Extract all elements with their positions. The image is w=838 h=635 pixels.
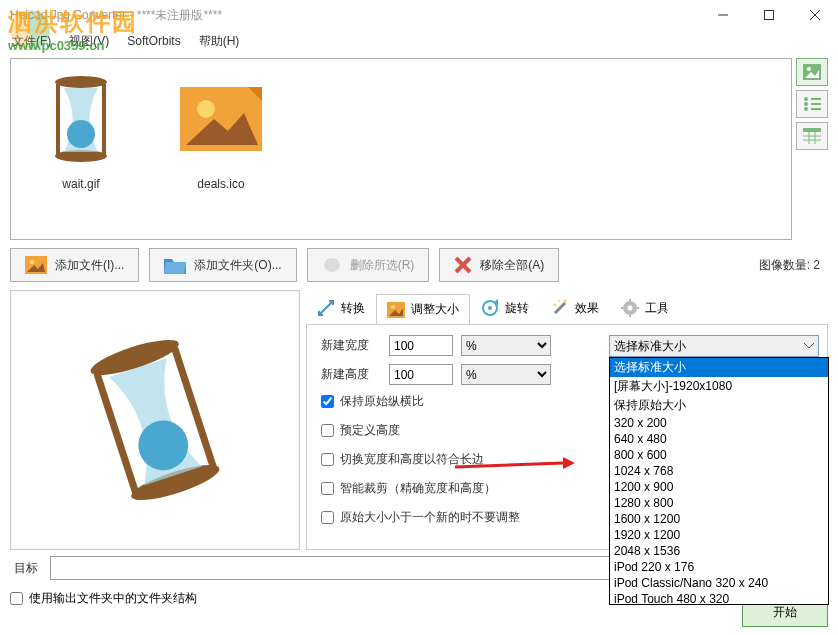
svg-point-28 bbox=[30, 260, 35, 265]
thumbnail-item[interactable]: deals.ico bbox=[161, 69, 281, 191]
svg-point-11 bbox=[197, 100, 215, 118]
svg-point-8 bbox=[67, 120, 95, 148]
preset-option[interactable]: 2048 x 1536 bbox=[610, 543, 828, 559]
preset-size-dropdown[interactable]: 选择标准大小[屏幕大小]-1920x1080保持原始大小320 x 200640… bbox=[609, 357, 829, 605]
add-file-label: 添加文件(I)... bbox=[55, 257, 124, 274]
preset-option[interactable]: 1200 x 900 bbox=[610, 479, 828, 495]
tab-convert-label: 转换 bbox=[341, 300, 365, 317]
tab-effects-label: 效果 bbox=[575, 300, 599, 317]
smart-crop-checkbox[interactable] bbox=[321, 482, 334, 495]
maximize-icon bbox=[764, 10, 774, 20]
tab-effects[interactable]: 效果 bbox=[540, 292, 610, 324]
close-button[interactable] bbox=[792, 0, 838, 30]
tab-tools[interactable]: 工具 bbox=[610, 292, 680, 324]
svg-point-18 bbox=[804, 102, 808, 106]
image-file-icon bbox=[176, 79, 266, 159]
view-mode-controls bbox=[796, 58, 828, 240]
remove-all-label: 移除全部(A) bbox=[480, 257, 544, 274]
svg-point-30 bbox=[324, 258, 340, 272]
swap-wh-checkbox[interactable] bbox=[321, 453, 334, 466]
no-resize-smaller-checkbox[interactable] bbox=[321, 511, 334, 524]
preset-option[interactable]: 1920 x 1200 bbox=[610, 527, 828, 543]
tabs: 转换 调整大小 旋转 效果 工具 bbox=[306, 290, 828, 324]
convert-icon bbox=[317, 299, 335, 317]
preset-option[interactable]: iPod Classic/Nano 320 x 240 bbox=[610, 575, 828, 591]
tab-resize-label: 调整大小 bbox=[411, 301, 459, 318]
action-toolbar: 添加文件(I)... 添加文件夹(O)... 删除所选(R) 移除全部(A) 图… bbox=[0, 240, 838, 290]
preview-pane bbox=[10, 290, 300, 550]
new-height-input[interactable] bbox=[389, 364, 453, 385]
width-unit-select[interactable]: % bbox=[461, 335, 551, 356]
keep-ratio-checkbox[interactable] bbox=[321, 395, 334, 408]
view-details-button[interactable] bbox=[796, 122, 828, 150]
resize-icon bbox=[387, 302, 405, 318]
preset-option[interactable]: 1280 x 800 bbox=[610, 495, 828, 511]
svg-point-44 bbox=[558, 300, 560, 302]
eraser-icon bbox=[322, 256, 342, 274]
preset-option[interactable]: 1024 x 768 bbox=[610, 463, 828, 479]
preset-option[interactable]: iPod Touch 480 x 320 bbox=[610, 591, 828, 605]
svg-point-39 bbox=[391, 305, 395, 309]
preset-size-value: 选择标准大小 bbox=[614, 338, 686, 355]
minimize-button[interactable] bbox=[700, 0, 746, 30]
thumbnail-label: wait.gif bbox=[21, 177, 141, 191]
preset-option[interactable]: 800 x 600 bbox=[610, 447, 828, 463]
add-folder-button[interactable]: 添加文件夹(O)... bbox=[149, 248, 296, 282]
remove-selected-button[interactable]: 删除所选(R) bbox=[307, 248, 430, 282]
menu-help[interactable]: 帮助(H) bbox=[191, 31, 248, 52]
maximize-button[interactable] bbox=[746, 0, 792, 30]
preset-option[interactable]: 320 x 200 bbox=[610, 415, 828, 431]
add-file-button[interactable]: 添加文件(I)... bbox=[10, 248, 139, 282]
menu-view[interactable]: 视图(V) bbox=[61, 31, 117, 52]
start-button-label: 开始 bbox=[773, 605, 797, 619]
svg-point-16 bbox=[804, 97, 808, 101]
settings-pane: 转换 调整大小 旋转 效果 工具 新建宽度 % bbox=[306, 290, 828, 550]
tab-content-resize: 新建宽度 % 新建高度 % 保持原始纵横比 预定义高度 切换宽度和高度以符合长边 bbox=[306, 324, 828, 550]
use-folder-struct-label: 使用输出文件夹中的文件夹结构 bbox=[29, 590, 197, 607]
new-width-input[interactable] bbox=[389, 335, 453, 356]
tab-convert[interactable]: 转换 bbox=[306, 292, 376, 324]
thumbnail-list[interactable]: wait.gif deals.ico bbox=[10, 58, 792, 240]
remove-all-button[interactable]: 移除全部(A) bbox=[439, 248, 559, 282]
chevron-down-icon bbox=[804, 343, 814, 349]
predef-height-checkbox[interactable] bbox=[321, 424, 334, 437]
close-icon bbox=[810, 10, 820, 20]
view-list-button[interactable] bbox=[796, 90, 828, 118]
thumbnail-image bbox=[171, 69, 271, 169]
svg-point-20 bbox=[804, 107, 808, 111]
use-folder-struct-checkbox[interactable] bbox=[10, 592, 23, 605]
thumbnail-image bbox=[31, 69, 131, 169]
image-icon bbox=[25, 256, 47, 274]
tab-resize[interactable]: 调整大小 bbox=[376, 294, 470, 325]
minimize-icon bbox=[718, 10, 728, 20]
tab-rotate[interactable]: 旋转 bbox=[470, 292, 540, 324]
svg-point-42 bbox=[488, 306, 492, 310]
preset-option[interactable]: iPod 220 x 176 bbox=[610, 559, 828, 575]
svg-point-43 bbox=[554, 304, 557, 307]
preset-option[interactable]: 1600 x 1200 bbox=[610, 511, 828, 527]
preset-option[interactable]: 保持原始大小 bbox=[610, 396, 828, 415]
menu-softorbits[interactable]: SoftOrbits bbox=[119, 32, 188, 50]
preset-size-select[interactable]: 选择标准大小 bbox=[609, 335, 819, 357]
image-count-status: 图像数量: 2 bbox=[759, 257, 828, 274]
menubar: 文件(F) 视图(V) SoftOrbits 帮助(H) bbox=[0, 30, 838, 52]
view-thumbnails-button[interactable] bbox=[796, 58, 828, 86]
preset-option[interactable]: [屏幕大小]-1920x1080 bbox=[610, 377, 828, 396]
preset-option[interactable]: 640 x 480 bbox=[610, 431, 828, 447]
keep-ratio-label: 保持原始纵横比 bbox=[340, 393, 424, 410]
preset-size-area: 选择标准大小 选择标准大小[屏幕大小]-1920x1080保持原始大小320 x… bbox=[609, 335, 819, 357]
tab-tools-label: 工具 bbox=[645, 300, 669, 317]
swap-wh-label: 切换宽度和高度以符合长边 bbox=[340, 451, 484, 468]
thumbnail-item[interactable]: wait.gif bbox=[21, 69, 141, 191]
image-count-label: 图像数量: bbox=[759, 258, 810, 272]
menu-file[interactable]: 文件(F) bbox=[4, 31, 59, 52]
new-height-label: 新建高度 bbox=[321, 366, 381, 383]
folder-icon bbox=[164, 256, 186, 274]
svg-rect-49 bbox=[621, 307, 625, 309]
preset-option[interactable]: 选择标准大小 bbox=[610, 358, 828, 377]
window-controls bbox=[700, 0, 838, 30]
height-unit-select[interactable]: % bbox=[461, 364, 551, 385]
target-label: 目标 bbox=[10, 560, 42, 577]
rotate-icon bbox=[481, 299, 499, 317]
list-icon bbox=[803, 96, 821, 112]
